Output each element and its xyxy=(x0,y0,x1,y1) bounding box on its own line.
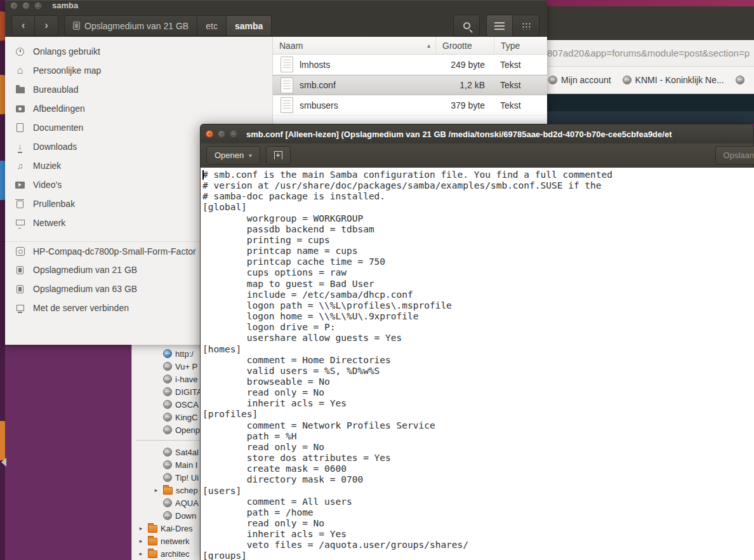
globe-icon xyxy=(623,76,632,84)
code-line: inherit acls = Yes xyxy=(202,529,754,540)
file-row[interactable]: lmhosts 249 byte Tekst xyxy=(273,55,547,75)
save-button[interactable]: Opslaan xyxy=(715,146,754,164)
bookmark-label: AQUA xyxy=(175,498,199,508)
download-icon xyxy=(18,140,22,153)
code-line: directory mask = 0700 xyxy=(202,474,754,485)
sidebar-item[interactable]: Afbeeldingen xyxy=(5,99,272,118)
file-row[interactable]: smb.conf 1,2 kB Tekst xyxy=(273,75,547,95)
bookmark-label: Kai-Dres xyxy=(161,524,193,533)
text-file-icon xyxy=(281,57,293,72)
sidebar-item-label: Met de server verbinden xyxy=(33,303,129,313)
code-line: browseable = No xyxy=(202,377,754,387)
text-cursor xyxy=(202,170,204,180)
code-line: path = %H xyxy=(202,431,754,442)
close-button[interactable]: × xyxy=(206,130,213,138)
breadcrumb-device[interactable]: Opslagmedium van 21 GB xyxy=(64,15,197,36)
globe-icon xyxy=(163,375,172,383)
file-name: smbusers xyxy=(300,100,338,110)
sidebar-item-label: HP-Compaq-dc7800p-Small-Form-Factor xyxy=(33,246,196,257)
code-line: [profiles] xyxy=(202,409,754,420)
minimize-button[interactable]: − xyxy=(218,130,225,138)
forward-button[interactable]: › xyxy=(35,15,58,36)
browser-titlebar xyxy=(539,0,754,6)
code-line: printcap name = cups xyxy=(202,246,754,257)
bookmark-label: Mijn account xyxy=(561,75,611,85)
file-type: Tekst xyxy=(494,100,547,110)
file-manager-header: × − ▢ samba ‹ › Opslagmedium van 21 GB e… xyxy=(5,0,547,37)
file-size: 249 byte xyxy=(435,60,494,70)
expander-icon[interactable]: ▸ xyxy=(137,538,145,544)
editor-toolbar: Openen ▾ Opslaan xyxy=(200,143,754,168)
column-header-size[interactable]: Grootte xyxy=(435,37,494,54)
globe-icon xyxy=(163,349,172,358)
globe-icon xyxy=(163,460,172,469)
disk-icon xyxy=(16,247,25,256)
maximize-button[interactable]: ▢ xyxy=(34,2,42,10)
browser-toolbar-area xyxy=(539,6,754,40)
maximize-button[interactable]: ▢ xyxy=(230,130,237,138)
code-line: usershare allow guests = Yes xyxy=(202,333,754,343)
server-icon xyxy=(17,305,24,311)
globe-icon xyxy=(548,76,557,84)
browser-url-bar[interactable]: 807ad20&app=forums&module=post&section=p xyxy=(539,40,754,67)
globe-icon xyxy=(163,387,172,396)
bookmark-bar-item[interactable]: KNMI - Koninklijk Ne... xyxy=(623,75,724,85)
launcher-app-icon[interactable] xyxy=(0,11,5,41)
list-header: Naam ▴ Grootte Type xyxy=(273,37,547,55)
close-button[interactable]: × xyxy=(10,2,18,10)
sidebar-item-label: Bureaublad xyxy=(33,84,79,95)
sidebar-item[interactable]: Persoonlijke map xyxy=(5,61,272,80)
minimize-button[interactable]: − xyxy=(22,2,30,10)
code-line: create mask = 0600 xyxy=(202,463,754,474)
code-line: read only = No xyxy=(202,518,754,529)
folder-icon xyxy=(163,487,173,495)
globe-icon xyxy=(163,425,172,434)
folder-icon xyxy=(148,525,157,533)
bookmark-bar-item[interactable]: Mijn account xyxy=(548,75,611,85)
media-icon xyxy=(17,266,23,274)
window-controls: × − ▢ xyxy=(206,130,237,138)
launcher-app-icon[interactable] xyxy=(0,75,5,114)
sidebar-item-label: Onlangs gebruikt xyxy=(33,46,100,57)
document-icon xyxy=(17,123,23,132)
window-title: samba xyxy=(52,1,78,10)
file-row[interactable]: smbusers 379 byte Tekst xyxy=(273,95,547,116)
file-size: 379 byte xyxy=(435,100,494,110)
editor-text-area[interactable]: # smb.conf is the main Samba configurati… xyxy=(200,168,754,560)
launcher-reveal-arrow-icon xyxy=(1,458,6,467)
back-button[interactable]: ‹ xyxy=(11,15,35,36)
open-button[interactable]: Openen ▾ xyxy=(206,146,260,164)
browser-content-dark xyxy=(539,94,754,111)
sidebar-item-label: Muziek xyxy=(33,161,61,171)
new-document-button[interactable] xyxy=(266,146,291,164)
column-header-name[interactable]: Naam ▴ xyxy=(273,41,435,51)
globe-icon xyxy=(163,511,172,520)
breadcrumb-etc[interactable]: etc xyxy=(197,15,227,36)
expander-icon[interactable]: ▸ xyxy=(137,525,145,531)
grid-view-button[interactable] xyxy=(513,15,539,37)
code-line: workgroup = WORKGROUP xyxy=(202,213,754,224)
sidebar-item[interactable]: Onlangs gebruikt xyxy=(5,42,272,61)
breadcrumb-current[interactable]: samba xyxy=(227,15,272,36)
folder-icon xyxy=(148,550,157,558)
expander-icon[interactable]: ▸ xyxy=(152,487,160,493)
sidebar-item[interactable]: Bureaublad xyxy=(5,80,272,99)
column-header-type[interactable]: Type xyxy=(494,37,547,54)
launcher-app-icon[interactable] xyxy=(0,421,5,460)
list-view-button[interactable] xyxy=(486,15,513,37)
code-line: comment = Home Directories xyxy=(202,355,754,366)
search-button[interactable] xyxy=(453,15,480,37)
sidebar-item-label: Opslagmedium van 63 GB xyxy=(33,284,137,294)
launcher-app-icon[interactable] xyxy=(0,161,5,200)
home-icon xyxy=(17,65,23,76)
header-actions xyxy=(453,15,539,37)
bookmark-label: Down xyxy=(175,511,196,521)
expander-icon[interactable]: ▸ xyxy=(137,550,145,557)
code-line: [groups] xyxy=(202,550,754,560)
editor-titlebar: × − ▢ smb.conf [Alleen-lezen] (Opslagmed… xyxy=(200,124,754,143)
bookmark-bar-item[interactable] xyxy=(736,76,748,84)
unity-launcher[interactable] xyxy=(0,0,5,560)
code-line: read only = No xyxy=(202,387,754,398)
sidebar-item-label: Downloads xyxy=(33,142,77,152)
code-line: comment = Network Profiles Service xyxy=(202,420,754,431)
